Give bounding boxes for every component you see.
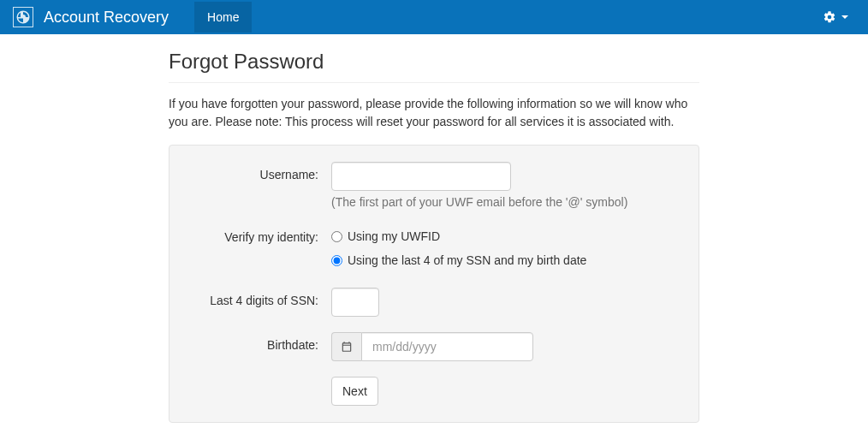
form-panel: Username: (The first part of your UWF em… — [169, 145, 699, 423]
gear-icon — [823, 10, 836, 24]
verify-radio-ssn[interactable] — [331, 255, 342, 266]
calendar-addon[interactable] — [331, 332, 361, 361]
caret-down-icon — [841, 15, 848, 19]
row-ssn: Last 4 digits of SSN: — [186, 288, 682, 317]
row-birthdate: Birthdate: — [186, 332, 682, 361]
username-field-wrap: (The first part of your UWF email before… — [331, 162, 682, 209]
row-verify: Verify my identity: Using my UWFID Using… — [186, 224, 682, 272]
verify-option-ssn-label: Using the last 4 of my SSN and my birth … — [348, 253, 586, 267]
logo-icon — [13, 7, 33, 27]
verify-option-ssn[interactable]: Using the last 4 of my SSN and my birth … — [331, 248, 682, 267]
birthdate-input[interactable] — [361, 332, 533, 361]
settings-menu[interactable] — [816, 5, 855, 29]
ssn-label: Last 4 digits of SSN: — [186, 288, 331, 307]
calendar-icon — [341, 341, 353, 353]
verify-label: Verify my identity: — [186, 224, 331, 244]
navbar: Account Recovery Home — [0, 0, 868, 34]
page-title: Forgot Password — [169, 50, 699, 74]
verify-option-uwfid-label: Using my UWFID — [348, 229, 440, 243]
intro-text: If you have forgotten your password, ple… — [169, 95, 699, 131]
verify-field-wrap: Using my UWFID Using the last 4 of my SS… — [331, 224, 682, 272]
nautilus-icon — [15, 9, 31, 25]
main-container: Forgot Password If you have forgotten yo… — [169, 50, 699, 423]
next-button[interactable]: Next — [331, 377, 378, 406]
birthdate-label: Birthdate: — [186, 332, 331, 352]
verify-radio-uwfid[interactable] — [331, 231, 342, 242]
row-submit: Next — [186, 377, 682, 406]
navbar-left: Account Recovery Home — [13, 2, 816, 33]
username-input[interactable] — [331, 162, 511, 191]
nav-home[interactable]: Home — [194, 2, 252, 33]
submit-spacer — [186, 377, 331, 383]
verify-option-uwfid[interactable]: Using my UWFID — [331, 224, 682, 243]
username-label: Username: — [186, 162, 331, 181]
submit-wrap: Next — [331, 377, 682, 406]
divider — [169, 82, 699, 83]
ssn-input[interactable] — [331, 288, 379, 317]
row-username: Username: (The first part of your UWF em… — [186, 162, 682, 209]
birthdate-input-group — [331, 332, 520, 361]
ssn-field-wrap — [331, 288, 682, 317]
birthdate-field-wrap — [331, 332, 682, 361]
username-help: (The first part of your UWF email before… — [331, 195, 682, 209]
brand-title: Account Recovery — [44, 9, 169, 27]
